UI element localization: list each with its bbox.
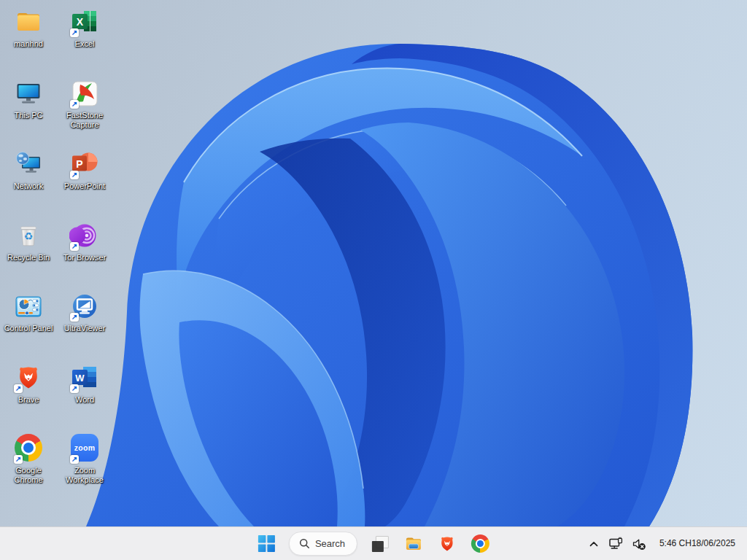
shortcut-arrow-icon: ↗: [70, 384, 79, 393]
desktop-icon-label: manhnd: [14, 39, 43, 49]
desktop-icon-manhnd[interactable]: manhnd: [1, 7, 56, 49]
desktop-icon-ultraviewer[interactable]: ↗ UltraViewer: [57, 292, 112, 333]
desktop-icon-label: Google Chrome: [1, 466, 56, 485]
folder-icon: [12, 7, 45, 38]
file-explorer-icon: [404, 534, 423, 553]
shortcut-arrow-icon: ↗: [70, 455, 79, 464]
brave-icon: [438, 534, 457, 553]
shortcut-arrow-icon: ↗: [70, 28, 79, 37]
desktop: manhnd X ↗ Excel: [0, 0, 747, 526]
tray-time: 5:46 CH: [659, 538, 692, 549]
desktop-icon-recycle-bin[interactable]: ♻ Recycle Bin: [1, 221, 56, 262]
tray-date: 18/06/2025: [692, 538, 735, 549]
desktop-icon-label: Excel: [75, 39, 95, 49]
windows-logo-icon: [258, 534, 276, 553]
tor-browser-icon: ↗: [68, 221, 101, 252]
desktop-icon-brave[interactable]: ↗ Brave: [1, 363, 56, 405]
ethernet-network-icon: [608, 536, 624, 552]
this-pc-icon: [12, 79, 45, 109]
desktop-icon-label: Control Panel: [4, 324, 53, 333]
control-panel-icon: [12, 292, 45, 322]
desktop-icon-excel[interactable]: X ↗ Excel: [57, 7, 112, 49]
desktop-icon-label: Recycle Bin: [7, 253, 50, 262]
excel-icon: X ↗: [68, 7, 101, 38]
ultraviewer-icon: ↗: [68, 292, 101, 322]
desktop-icon-zoom-workplace[interactable]: zoom ↗ Zoom Workplace: [57, 434, 112, 485]
system-tray: 5:46 CH 18/06/2025: [585, 527, 747, 560]
search-icon: [299, 538, 310, 549]
desktop-icon-label: Zoom Workplace: [57, 466, 112, 485]
taskbar-app-brave[interactable]: [436, 533, 458, 555]
faststone-icon: ↗: [68, 79, 101, 109]
zoom-logo-text: zoom: [74, 443, 96, 452]
svg-text:♻: ♻: [24, 230, 34, 242]
desktop-icon-label: PowerPoint: [64, 182, 105, 191]
taskbar-app-file-explorer[interactable]: [403, 533, 425, 555]
network-icon: [12, 149, 45, 180]
desktop-icon-tor-browser[interactable]: ↗ Tor Browser: [57, 221, 112, 262]
desktop-icon-label: Tor Browser: [63, 253, 107, 262]
taskbar: Search: [0, 526, 747, 560]
word-icon: W ↗: [68, 363, 101, 394]
desktop-icon-control-panel[interactable]: Control Panel: [1, 292, 56, 333]
desktop-icon-label: This PC: [14, 111, 42, 120]
search-box[interactable]: Search: [289, 532, 357, 556]
tray-chevron-up-button[interactable]: [585, 535, 603, 553]
brave-icon: ↗: [12, 363, 45, 394]
desktop-icon-label: Brave: [18, 395, 39, 405]
shortcut-arrow-icon: ↗: [14, 455, 23, 464]
stacked-windows-icon: [371, 534, 390, 553]
taskbar-app-stacked-windows[interactable]: [369, 533, 391, 555]
recycle-bin-icon: ♻: [12, 221, 45, 252]
svg-text:W: W: [75, 373, 85, 384]
desktop-icon-faststone[interactable]: ↗ FastStone Capture: [57, 79, 112, 130]
svg-text:P: P: [76, 158, 82, 170]
shortcut-arrow-icon: ↗: [14, 384, 23, 393]
desktop-icon-label: FastStone Capture: [57, 111, 112, 130]
start-button[interactable]: [256, 533, 277, 554]
volume-muted-icon: [631, 536, 647, 552]
taskbar-app-chrome[interactable]: [470, 533, 491, 554]
desktop-icon-network[interactable]: Network: [1, 149, 56, 191]
desktop-icon-word[interactable]: W ↗ Word: [57, 363, 112, 405]
shortcut-arrow-icon: ↗: [70, 313, 79, 322]
tray-clock[interactable]: 5:46 CH 18/06/2025: [658, 537, 737, 551]
chrome-icon: ↗: [12, 434, 45, 464]
desktop-icon-label: UltraViewer: [64, 324, 106, 333]
desktop-icon-label: Word: [75, 395, 94, 405]
desktop-icon-powerpoint[interactable]: P ↗ PowerPoint: [57, 149, 112, 191]
desktop-icon-label: Network: [14, 182, 43, 191]
shortcut-arrow-icon: ↗: [70, 171, 79, 179]
powerpoint-icon: P ↗: [68, 149, 101, 180]
chevron-up-icon: [587, 537, 601, 551]
tray-network-button[interactable]: [606, 534, 626, 553]
desktop-icon-this-pc[interactable]: This PC: [1, 79, 56, 120]
chrome-icon: [471, 534, 489, 553]
svg-text:X: X: [77, 16, 84, 28]
shortcut-arrow-icon: ↗: [70, 242, 79, 251]
desktop-icon-google-chrome[interactable]: ↗ Google Chrome: [1, 434, 56, 485]
shortcut-arrow-icon: ↗: [70, 100, 79, 109]
tray-volume-button[interactable]: [630, 534, 649, 553]
zoom-icon: zoom ↗: [68, 434, 101, 464]
search-label: Search: [315, 538, 345, 549]
